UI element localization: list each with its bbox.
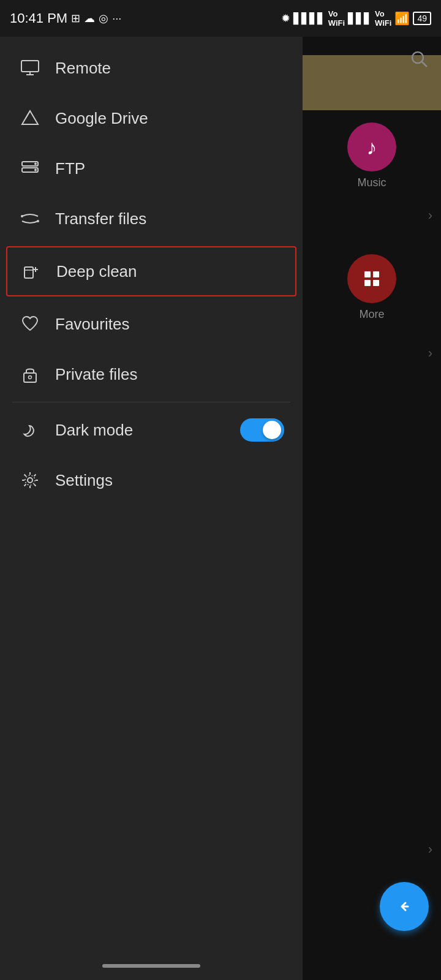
status-bar: 10:41 PM ⊞ ☁ ◎ ··· ✹ ▋▋▋▋ VoWiFi ▋▋▋ VoW… <box>0 0 441 37</box>
battery-value: 49 <box>417 13 427 23</box>
sidebar-item-private-files[interactable]: Private files <box>0 349 303 399</box>
ftp-label: FTP <box>55 159 85 178</box>
sidebar-item-deep-clean[interactable]: Deep clean <box>6 246 296 296</box>
google-drive-label: Google Drive <box>55 109 148 128</box>
svg-rect-18 <box>364 271 371 277</box>
bottom-pill <box>102 964 200 968</box>
svg-rect-12 <box>24 373 36 382</box>
more-label: More <box>359 308 384 321</box>
favourites-label: Favourites <box>55 315 129 334</box>
svg-point-10 <box>37 220 39 222</box>
sidebar-item-ftp[interactable]: FTP <box>0 143 303 194</box>
status-left: 10:41 PM ⊞ ☁ ◎ ··· <box>10 10 121 26</box>
battery-indicator: 49 <box>413 12 431 25</box>
heart-icon <box>18 312 42 336</box>
fab-button[interactable] <box>380 882 429 931</box>
status-time: 10:41 PM <box>10 10 67 26</box>
clean-icon <box>20 260 43 283</box>
svg-rect-11 <box>24 267 33 278</box>
sidebar-item-favourites[interactable]: Favourites <box>0 299 303 349</box>
svg-line-4 <box>26 111 30 118</box>
cloud-icon: ☁ <box>84 12 95 25</box>
deep-clean-label: Deep clean <box>56 262 137 281</box>
sidebar-item-transfer[interactable]: Transfer files <box>0 194 303 244</box>
bottom-navigation-bar <box>0 964 303 968</box>
chevron-right-icon-2: › <box>428 345 432 361</box>
sidebar-item-remote[interactable]: Remote <box>0 43 303 93</box>
search-icon[interactable] <box>409 49 429 69</box>
svg-point-14 <box>28 478 32 483</box>
svg-point-13 <box>29 376 32 379</box>
transfer-icon <box>18 207 42 230</box>
svg-rect-0 <box>21 61 39 72</box>
server-icon <box>18 157 42 180</box>
hash-icon: ⊞ <box>71 12 80 25</box>
dark-mode-left: Dark mode <box>18 418 133 442</box>
svg-point-8 <box>34 169 37 172</box>
dark-mode-toggle[interactable] <box>240 418 284 442</box>
chevron-right-icon-1: › <box>428 208 432 224</box>
signal2-icon: ▋▋▋ <box>348 12 372 25</box>
vo-wifi-label: VoWiFi <box>328 9 345 28</box>
svg-marker-3 <box>22 111 38 124</box>
lock-icon <box>18 363 42 386</box>
right-chevron-row-1: › <box>303 195 441 236</box>
sidebar: Remote Google Drive FTP <box>0 37 303 980</box>
toggle-knob <box>263 421 281 439</box>
svg-point-16 <box>412 52 423 63</box>
sidebar-item-settings[interactable]: Settings <box>0 455 303 505</box>
svg-rect-19 <box>373 271 379 277</box>
remote-label: Remote <box>55 59 111 78</box>
sidebar-item-google-drive[interactable]: Google Drive <box>0 93 303 143</box>
transfer-label: Transfer files <box>55 209 146 228</box>
main-container: Remote Google Drive FTP <box>0 37 441 980</box>
monitor-icon <box>18 56 42 80</box>
right-panel: ♪ Music › More › <box>303 37 441 980</box>
svg-point-9 <box>21 215 23 217</box>
camera-icon: ◎ <box>99 12 108 25</box>
drive-icon <box>18 107 42 130</box>
settings-icon <box>18 469 42 492</box>
more-item[interactable]: More <box>347 242 396 321</box>
chevron-right-icon-3: › <box>428 842 432 858</box>
bluetooth-icon: ✹ <box>281 12 290 25</box>
dark-mode-label: Dark mode <box>55 421 133 440</box>
private-files-label: Private files <box>55 365 137 384</box>
svg-line-17 <box>422 62 427 67</box>
divider <box>12 402 290 402</box>
settings-label: Settings <box>55 471 113 490</box>
music-icon-circle: ♪ <box>347 123 396 172</box>
right-chevron-row-2: › <box>303 333 441 374</box>
right-chevron-row-3: › <box>303 829 441 870</box>
more-icon-circle <box>347 254 396 303</box>
dots-icon: ··· <box>112 12 121 25</box>
dark-mode-row: Dark mode <box>0 405 303 455</box>
svg-point-15 <box>25 475 35 485</box>
music-label: Music <box>357 176 386 189</box>
moon-icon <box>18 418 42 442</box>
svg-rect-21 <box>373 280 379 286</box>
status-right: ✹ ▋▋▋▋ VoWiFi ▋▋▋ VoWiFi 📶 49 <box>281 9 431 28</box>
svg-point-7 <box>34 163 37 165</box>
wifi-icon: 📶 <box>394 11 410 26</box>
music-item[interactable]: ♪ Music <box>347 123 396 189</box>
svg-rect-20 <box>364 280 371 286</box>
vo-wifi2-label: VoWiFi <box>375 9 391 28</box>
signal-icon: ▋▋▋▋ <box>293 12 325 25</box>
